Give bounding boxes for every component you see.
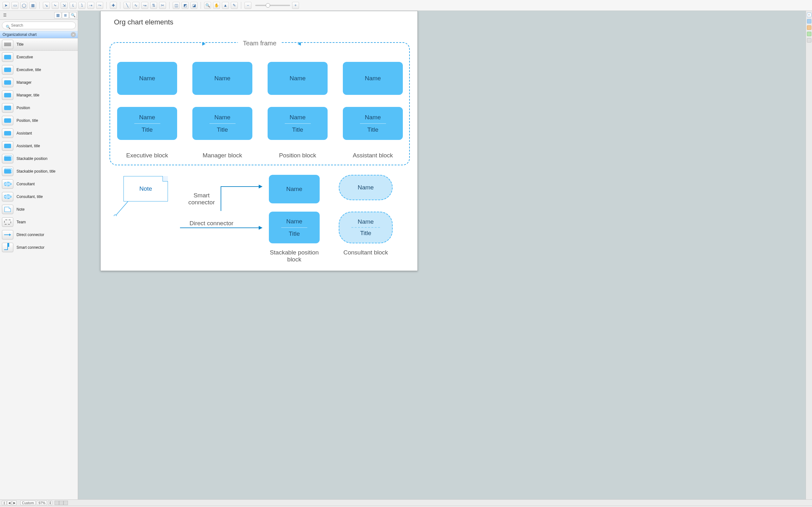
zoom-mode-label[interactable]: Custom <box>20 501 36 505</box>
library-item-assistant-title[interactable]: Assistant, title <box>0 139 78 152</box>
page-next-button[interactable]: ▶ <box>12 501 16 505</box>
status-bar: Ready M: [ -0.13, 0.26 ] <box>0 506 812 507</box>
library-item-team[interactable]: Team <box>0 216 78 228</box>
team-frame-arrow-right-icon: ▶ <box>202 41 206 46</box>
stackable-position-name-block[interactable]: Name <box>269 175 320 204</box>
group-tool-3-icon[interactable]: ◪ <box>191 2 198 9</box>
connector-tool-1-icon[interactable]: ↘ <box>43 2 50 9</box>
pointer-tool-icon[interactable]: ➤ <box>3 2 9 9</box>
library-section-close-icon[interactable]: ✕ <box>71 32 76 37</box>
smart-connector-horizontal[interactable] <box>221 186 262 187</box>
page-prev2-button[interactable]: ‖ <box>2 501 6 505</box>
smart-connector-vertical[interactable] <box>221 186 221 211</box>
position-name-title-block[interactable]: Name Title <box>268 107 328 140</box>
line-tool-4-icon[interactable]: ⇅ <box>150 2 157 9</box>
page-tabs <box>55 501 68 505</box>
svg-line-0 <box>115 202 128 216</box>
shape-library-list: Title Executive Executive, title Manager… <box>0 38 78 499</box>
dock-chip-green-icon[interactable] <box>807 32 811 36</box>
page-footer-bar: ‖ ◀ ▶ Custom 97% ▲▼ <box>0 499 812 506</box>
assistant-name-block[interactable]: Name <box>343 62 403 95</box>
library-sidebar: ☰ ▦ ≣ 🔍 🔍 Organizational chart ✕ Title E… <box>0 11 78 499</box>
library-tree-icon[interactable]: ☰ <box>1 12 8 18</box>
library-item-stackable-position-title[interactable]: Stackable position, title <box>0 165 78 178</box>
connector-tool-7-icon[interactable]: ⤳ <box>96 2 103 9</box>
line-tool-2-icon[interactable]: ∿ <box>132 2 139 9</box>
library-item-consultant-title[interactable]: Consultant, title <box>0 190 78 203</box>
ellipse-shape-icon[interactable]: ◯ <box>20 2 27 9</box>
search-icon: 🔍 <box>6 25 10 29</box>
group-tool-2-icon[interactable]: ◩ <box>181 2 188 9</box>
stamp-tool-icon[interactable]: ▲ <box>222 2 229 9</box>
dock-chip-orange-icon[interactable] <box>807 25 811 30</box>
zoom-slider[interactable] <box>255 5 290 6</box>
page-title: Org chart elements <box>114 18 173 26</box>
dock-chip-blue-icon[interactable] <box>807 19 811 23</box>
page-prev-button[interactable]: ◀ <box>7 501 11 505</box>
table-shape-icon[interactable]: ▦ <box>29 2 36 9</box>
executive-name-title-block[interactable]: Name Title <box>117 107 177 140</box>
manager-name-block[interactable]: Name <box>193 62 252 95</box>
note-shape[interactable]: Note <box>123 176 168 202</box>
library-item-stackable-position[interactable]: Stackable position <box>0 152 78 165</box>
manager-name-title-block[interactable]: Name Title <box>193 107 252 140</box>
connector-tool-5-icon[interactable]: ⤵ <box>78 2 86 9</box>
hand-tool-icon[interactable]: ✋ <box>213 2 220 9</box>
team-frame-shape[interactable]: ▶ ◀ Team frame Name Name Name Name <box>110 42 410 165</box>
connector-tool-6-icon[interactable]: ⇢ <box>87 2 94 9</box>
consultant-block-label: Consultant block <box>337 249 394 256</box>
line-tool-1-icon[interactable]: ╲ <box>123 2 130 9</box>
smart-connector-label: Smart connector <box>182 192 221 206</box>
position-name-block[interactable]: Name <box>268 62 328 95</box>
zoom-stepper[interactable]: ▲▼ <box>48 501 52 505</box>
team-frame-label: Team frame <box>238 40 281 47</box>
library-item-manager-title[interactable]: Manager, title <box>0 89 78 102</box>
executive-name-block[interactable]: Name <box>117 62 177 95</box>
page[interactable]: Org chart elements ▶ ◀ Team frame Name N… <box>100 11 418 271</box>
page-tab-2[interactable] <box>59 501 63 505</box>
stackable-position-name-title-block[interactable]: Name Title <box>269 212 320 243</box>
library-item-manager[interactable]: Manager <box>0 76 78 89</box>
page-tab-3[interactable] <box>63 501 68 505</box>
library-item-consultant[interactable]: Consultant <box>0 178 78 190</box>
direct-connector-label: Direct connector <box>190 220 233 227</box>
note-tail-icon <box>112 200 131 216</box>
library-list-view-icon[interactable]: ≣ <box>62 12 69 18</box>
line-tool-5-icon[interactable]: ✂ <box>159 2 166 9</box>
library-grid-view-icon[interactable]: ▦ <box>54 12 61 18</box>
library-item-smart-connector[interactable]: Smart connector <box>0 241 78 254</box>
eyedropper-tool-icon[interactable]: ✎ <box>231 2 238 9</box>
svg-point-1 <box>114 215 116 216</box>
add-shape-icon[interactable]: ✚ <box>110 2 117 9</box>
library-item-position[interactable]: Position <box>0 102 78 114</box>
library-item-position-title[interactable]: Position, title <box>0 114 78 127</box>
line-tool-3-icon[interactable]: ↝ <box>141 2 148 9</box>
assistant-name-title-block[interactable]: Name Title <box>343 107 403 140</box>
library-section-header[interactable]: Organizational chart ✕ <box>0 31 78 38</box>
consultant-name-title-block[interactable]: Name Title <box>339 212 393 243</box>
library-search-icon[interactable]: 🔍 <box>69 12 76 18</box>
library-item-note[interactable]: Note <box>0 203 78 216</box>
dock-chip-text-icon[interactable]: T <box>807 13 811 17</box>
library-item-title[interactable]: Title <box>0 38 78 51</box>
connector-tool-4-icon[interactable]: ⤹ <box>69 2 76 9</box>
group-tool-1-icon[interactable]: ◫ <box>173 2 180 9</box>
dock-chip-gray-icon[interactable] <box>807 38 811 43</box>
connector-tool-3-icon[interactable]: ⇲ <box>61 2 68 9</box>
col-label-executive: Executive block <box>117 152 177 159</box>
canvas-area[interactable]: Org chart elements ▶ ◀ Team frame Name N… <box>78 11 812 499</box>
page-tab-1[interactable] <box>55 501 59 505</box>
connector-tool-2-icon[interactable]: ⤷ <box>52 2 59 9</box>
library-item-direct-connector[interactable]: Direct connector <box>0 228 78 241</box>
direct-connector[interactable] <box>180 227 262 228</box>
zoom-in-icon[interactable]: ＋ <box>292 2 299 9</box>
library-search-input[interactable] <box>2 21 76 29</box>
zoom-fit-icon[interactable]: 🔍 <box>204 2 211 9</box>
library-item-executive[interactable]: Executive <box>0 51 78 63</box>
library-item-assistant[interactable]: Assistant <box>0 127 78 139</box>
zoom-out-icon[interactable]: − <box>245 2 252 9</box>
consultant-name-block[interactable]: Name <box>339 175 393 200</box>
zoom-value-label[interactable]: 97% <box>37 501 47 505</box>
rect-shape-icon[interactable]: ▭ <box>11 2 18 9</box>
library-item-executive-title[interactable]: Executive, title <box>0 63 78 76</box>
